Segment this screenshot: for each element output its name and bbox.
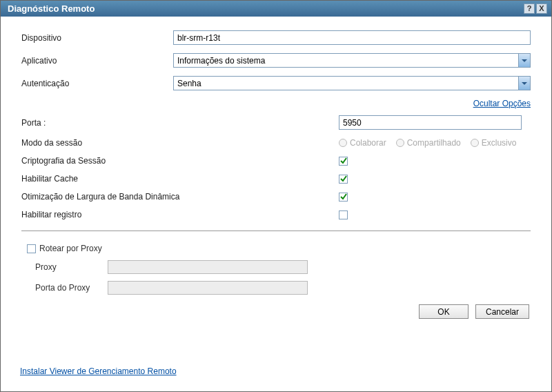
- radio-exclusive-label: Exclusivo: [482, 138, 517, 148]
- row-proxy-host: Proxy: [35, 260, 531, 274]
- device-input[interactable]: [173, 30, 531, 45]
- row-route-proxy: Rotear por Proxy: [27, 244, 531, 253]
- device-label: Dispositivo: [21, 33, 173, 43]
- dialog-buttons: OK Cancelar: [21, 304, 529, 319]
- port-label: Porta :: [21, 118, 339, 128]
- auth-label: Autenticação: [21, 79, 173, 88]
- svg-marker-0: [522, 59, 527, 62]
- proxy-port-label: Porta do Proxy: [35, 283, 108, 293]
- logging-checkbox[interactable]: [339, 210, 348, 219]
- radio-collaborate-label: Colaborar: [350, 138, 386, 148]
- row-port: Porta :: [21, 115, 531, 130]
- encryption-label: Criptografia da Sessão: [21, 156, 339, 166]
- titlebar: Diagnóstico Remoto ? X: [1, 1, 551, 17]
- dialog-content: Dispositivo Aplicativo Informações do si…: [1, 17, 551, 391]
- window-title: Diagnóstico Remoto: [5, 3, 95, 14]
- radio-shared-label: Compartilhado: [407, 138, 461, 148]
- bandwidth-label: Otimização de Largura de Banda Dinâmica: [21, 192, 339, 202]
- row-encryption: Criptografia da Sessão: [21, 156, 531, 166]
- route-proxy-checkbox[interactable]: [27, 244, 36, 253]
- radio-shared[interactable]: Compartilhado: [396, 138, 461, 148]
- proxy-host-label: Proxy: [35, 262, 108, 272]
- radio-icon: [396, 139, 404, 147]
- row-application: Aplicativo Informações do sistema: [21, 53, 531, 68]
- route-proxy-label: Rotear por Proxy: [39, 244, 102, 253]
- logging-label: Habilitar registro: [21, 210, 339, 219]
- close-button[interactable]: X: [536, 3, 547, 14]
- radio-exclusive[interactable]: Exclusivo: [471, 138, 517, 148]
- row-proxy-port: Porta do Proxy: [35, 281, 531, 295]
- proxy-section: Rotear por Proxy Proxy Porta do Proxy: [27, 244, 531, 295]
- cache-label: Habilitar Cache: [21, 174, 339, 184]
- session-mode-radios: Colaborar Compartilhado Exclusivo: [339, 138, 531, 148]
- toggle-options-row: Ocultar Opções: [21, 99, 531, 108]
- radio-icon: [339, 139, 347, 147]
- bandwidth-checkbox[interactable]: [339, 193, 348, 202]
- application-label: Aplicativo: [21, 56, 173, 66]
- ok-button[interactable]: OK: [419, 304, 469, 319]
- application-selected: Informações do sistema: [177, 56, 265, 66]
- cancel-button[interactable]: Cancelar: [475, 304, 529, 319]
- help-button[interactable]: ?: [524, 3, 535, 14]
- row-cache: Habilitar Cache: [21, 174, 531, 184]
- application-select[interactable]: Informações do sistema: [173, 53, 531, 68]
- row-device: Dispositivo: [21, 30, 531, 45]
- dialog-window: Diagnóstico Remoto ? X Dispositivo Aplic…: [0, 0, 552, 392]
- session-mode-label: Modo da sessão: [21, 138, 339, 148]
- divider: [21, 231, 531, 231]
- radio-collaborate[interactable]: Colaborar: [339, 138, 386, 148]
- radio-icon: [471, 139, 479, 147]
- port-input[interactable]: [339, 115, 522, 130]
- chevron-down-icon: [518, 54, 530, 67]
- cache-checkbox[interactable]: [339, 175, 348, 184]
- row-session-mode: Modo da sessão Colaborar Compartilhado E…: [21, 138, 531, 148]
- row-bandwidth: Otimização de Largura de Banda Dinâmica: [21, 192, 531, 202]
- chevron-down-icon: [518, 77, 530, 90]
- auth-selected: Senha: [177, 79, 201, 88]
- row-logging: Habilitar registro: [21, 210, 531, 219]
- row-auth: Autenticação Senha: [21, 76, 531, 90]
- titlebar-controls: ? X: [524, 3, 547, 14]
- auth-select[interactable]: Senha: [173, 76, 531, 90]
- toggle-options-link[interactable]: Ocultar Opções: [473, 99, 531, 108]
- proxy-host-input: [108, 260, 308, 274]
- svg-marker-1: [522, 82, 527, 85]
- proxy-port-input: [108, 281, 308, 295]
- footer-link-container: Instalar Viewer de Gerenciamento Remoto: [20, 366, 177, 376]
- encryption-checkbox[interactable]: [339, 157, 348, 166]
- install-viewer-link[interactable]: Instalar Viewer de Gerenciamento Remoto: [20, 366, 177, 376]
